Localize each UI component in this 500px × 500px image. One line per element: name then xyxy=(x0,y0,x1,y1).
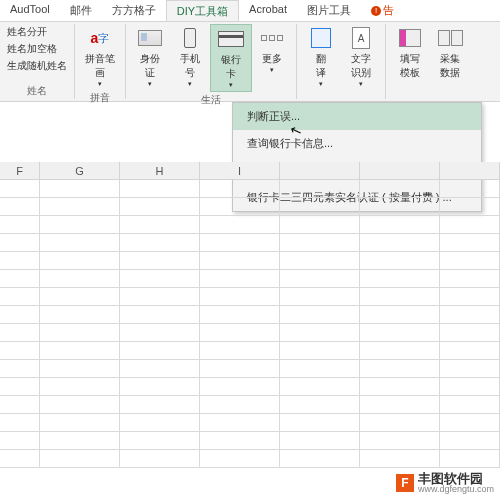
cell[interactable] xyxy=(280,234,360,252)
cell[interactable] xyxy=(280,288,360,306)
cell[interactable] xyxy=(120,450,200,468)
cell[interactable] xyxy=(200,252,280,270)
cell[interactable] xyxy=(0,396,40,414)
cell[interactable] xyxy=(200,216,280,234)
cell[interactable] xyxy=(440,378,500,396)
cell[interactable] xyxy=(200,342,280,360)
cell[interactable] xyxy=(0,288,40,306)
cell[interactable] xyxy=(360,180,440,198)
cell[interactable] xyxy=(440,252,500,270)
cell[interactable] xyxy=(200,432,280,450)
cell[interactable] xyxy=(280,270,360,288)
cell[interactable] xyxy=(120,288,200,306)
cell[interactable] xyxy=(440,234,500,252)
cell[interactable] xyxy=(360,450,440,468)
btn-collect[interactable]: 采集 数据 xyxy=(430,24,470,82)
cell[interactable] xyxy=(360,414,440,432)
cell[interactable] xyxy=(40,396,120,414)
btn-template[interactable]: 填写 模板 xyxy=(390,24,430,82)
cell[interactable] xyxy=(200,450,280,468)
menu-item-query[interactable]: 查询银行卡信息... xyxy=(233,130,481,157)
cell[interactable] xyxy=(120,360,200,378)
cell[interactable] xyxy=(440,342,500,360)
cell[interactable] xyxy=(280,378,360,396)
cell[interactable] xyxy=(200,324,280,342)
cell[interactable] xyxy=(440,180,500,198)
cell[interactable] xyxy=(360,216,440,234)
btn-name-space[interactable]: 姓名加空格 xyxy=(4,41,70,57)
cell[interactable] xyxy=(120,234,200,252)
cell[interactable] xyxy=(280,450,360,468)
cell[interactable] xyxy=(120,378,200,396)
cell[interactable] xyxy=(440,270,500,288)
cell[interactable] xyxy=(440,414,500,432)
cell[interactable] xyxy=(200,414,280,432)
cell[interactable] xyxy=(40,414,120,432)
cell[interactable] xyxy=(0,180,40,198)
cell[interactable] xyxy=(0,324,40,342)
tab-audtool[interactable]: AudTool xyxy=(0,0,60,21)
cell[interactable] xyxy=(280,306,360,324)
cell[interactable] xyxy=(280,216,360,234)
cell[interactable] xyxy=(40,324,120,342)
cell[interactable] xyxy=(440,324,500,342)
btn-bank-card[interactable]: 银行 卡 ▾ xyxy=(210,24,252,92)
tab-mail[interactable]: 邮件 xyxy=(60,0,102,21)
cell[interactable] xyxy=(120,432,200,450)
tab-fangfang[interactable]: 方方格子 xyxy=(102,0,166,21)
cell[interactable] xyxy=(0,342,40,360)
cell[interactable] xyxy=(0,216,40,234)
cell[interactable] xyxy=(40,342,120,360)
cell[interactable] xyxy=(200,396,280,414)
cell[interactable] xyxy=(440,216,500,234)
cell[interactable] xyxy=(360,342,440,360)
cell[interactable] xyxy=(360,288,440,306)
cell[interactable] xyxy=(360,396,440,414)
cell[interactable] xyxy=(440,306,500,324)
cell[interactable] xyxy=(200,270,280,288)
cell[interactable] xyxy=(40,306,120,324)
btn-more[interactable]: 更多 ▾ xyxy=(252,24,292,76)
cell[interactable] xyxy=(360,198,440,216)
cell[interactable] xyxy=(360,234,440,252)
btn-id[interactable]: 身份 证 ▾ xyxy=(130,24,170,90)
cell[interactable] xyxy=(120,306,200,324)
cell[interactable] xyxy=(280,252,360,270)
cell[interactable] xyxy=(120,198,200,216)
cell[interactable] xyxy=(120,270,200,288)
cell[interactable] xyxy=(280,180,360,198)
cell[interactable] xyxy=(0,414,40,432)
cell[interactable] xyxy=(360,252,440,270)
cell[interactable] xyxy=(200,378,280,396)
col-header-partial[interactable]: F xyxy=(0,162,40,180)
cell[interactable] xyxy=(440,450,500,468)
cell[interactable] xyxy=(0,306,40,324)
col-header-h[interactable]: H xyxy=(120,162,200,180)
cell[interactable] xyxy=(0,234,40,252)
cell[interactable] xyxy=(0,432,40,450)
cell[interactable] xyxy=(40,216,120,234)
btn-name-split[interactable]: 姓名分开 xyxy=(4,24,70,40)
cell[interactable] xyxy=(200,198,280,216)
menu-item-validate[interactable]: 判断正误... xyxy=(233,103,481,130)
cell[interactable] xyxy=(280,360,360,378)
cell[interactable] xyxy=(360,306,440,324)
cell[interactable] xyxy=(200,288,280,306)
cell[interactable] xyxy=(200,306,280,324)
cell[interactable] xyxy=(360,270,440,288)
cell[interactable] xyxy=(280,198,360,216)
btn-pinyin[interactable]: a字 拼音笔 画 ▾ xyxy=(79,24,121,90)
cell[interactable] xyxy=(440,432,500,450)
cell[interactable] xyxy=(120,252,200,270)
cell[interactable] xyxy=(360,360,440,378)
cell[interactable] xyxy=(440,288,500,306)
cell[interactable] xyxy=(120,216,200,234)
cell[interactable] xyxy=(40,270,120,288)
cell[interactable] xyxy=(280,432,360,450)
tab-acrobat[interactable]: Acrobat xyxy=(239,0,297,21)
col-header-g[interactable]: G xyxy=(40,162,120,180)
cell[interactable] xyxy=(440,360,500,378)
cell[interactable] xyxy=(40,378,120,396)
cell[interactable] xyxy=(280,342,360,360)
cell[interactable] xyxy=(440,396,500,414)
